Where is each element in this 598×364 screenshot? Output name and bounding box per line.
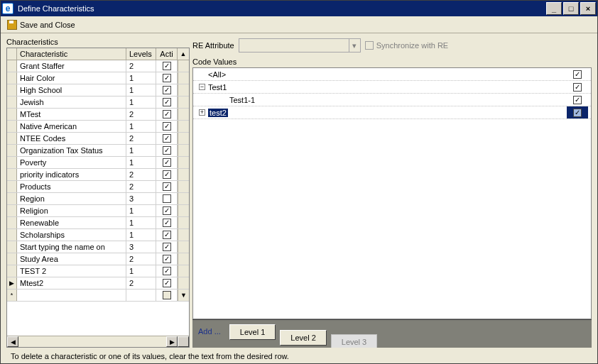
row-header[interactable]	[7, 133, 17, 144]
cell-levels[interactable]: 1	[126, 121, 156, 132]
expand-icon[interactable]: +	[199, 109, 205, 116]
cell-characteristic[interactable]: High School	[17, 84, 126, 96]
cell-levels[interactable]: 1	[126, 265, 156, 277]
row-header[interactable]	[7, 169, 17, 180]
level-1-button[interactable]: Level 1	[229, 324, 276, 340]
cell-active[interactable]: ✓	[156, 205, 178, 216]
tree-node-checkbox[interactable]: ✓	[567, 70, 588, 79]
cell-levels[interactable]: 3	[126, 241, 156, 253]
active-checkbox[interactable]: ✓	[163, 158, 171, 167]
cell-characteristic[interactable]: NTEE Codes	[17, 133, 126, 144]
cell-levels[interactable]: 1	[126, 72, 156, 84]
active-checkbox[interactable]: ✓	[163, 110, 171, 118]
table-row[interactable]: Study Area2✓	[7, 253, 189, 265]
col-characteristic[interactable]: Characteristic	[17, 48, 126, 60]
cell-levels[interactable]: 2	[126, 133, 156, 144]
row-header[interactable]	[7, 121, 17, 132]
tree-node[interactable]: +test2✓	[193, 106, 591, 119]
row-header[interactable]	[7, 229, 17, 241]
row-header[interactable]: ▶	[7, 277, 17, 289]
active-checkbox[interactable]: ✓	[163, 255, 171, 263]
col-levels[interactable]: Levels	[126, 48, 156, 60]
cell-characteristic[interactable]: Scholarships	[17, 229, 126, 241]
cell-levels[interactable]: 2	[126, 169, 156, 180]
cell-levels[interactable]: 2	[126, 109, 156, 120]
tree-node[interactable]: <All>✓	[193, 68, 591, 81]
cell-characteristic[interactable]: Study Area	[17, 253, 126, 265]
active-checkbox[interactable]: ✓	[163, 122, 171, 131]
cell-levels[interactable]: 1	[126, 145, 156, 156]
active-checkbox[interactable]: ✓	[163, 134, 171, 143]
cell-levels[interactable]: 1	[126, 217, 156, 228]
cell-characteristic[interactable]: priority indicators	[17, 169, 126, 180]
row-header[interactable]	[7, 253, 17, 265]
active-checkbox[interactable]: ✓	[163, 219, 171, 227]
cell-active[interactable]: ✓	[156, 265, 178, 277]
active-checkbox[interactable]: ✓	[163, 206, 171, 215]
cell-levels[interactable]: 1	[126, 157, 156, 168]
level-2-button[interactable]: Level 2	[280, 330, 326, 346]
table-row[interactable]: Jewish1✓	[7, 96, 189, 109]
cell-active[interactable]: ✓	[156, 145, 178, 156]
row-header[interactable]	[7, 157, 17, 168]
active-checkbox[interactable]: ✓	[163, 62, 171, 70]
table-row[interactable]: ▶Mtest22✓	[7, 277, 189, 289]
table-row[interactable]: Grant Staffer2✓	[7, 60, 189, 72]
new-row[interactable]: *▼	[7, 289, 189, 302]
cell-active[interactable]: ✓	[156, 169, 178, 180]
save-and-close-button[interactable]: Save and Close	[4, 18, 78, 32]
cell-characteristic[interactable]: Poverty	[17, 157, 126, 168]
table-row[interactable]: Poverty1✓	[7, 157, 189, 169]
row-header[interactable]	[7, 60, 17, 72]
tree-node-checkbox[interactable]: ✓	[567, 106, 588, 118]
cell-characteristic[interactable]: Native American	[17, 121, 126, 132]
cell-active[interactable]: ✓	[156, 72, 178, 84]
cell-active[interactable]: ✓	[156, 253, 178, 265]
cell-active[interactable]: ✓	[156, 96, 178, 108]
row-header[interactable]	[7, 145, 17, 156]
cell-characteristic[interactable]: Renewable	[17, 217, 126, 228]
table-row[interactable]: NTEE Codes2✓	[7, 133, 189, 145]
row-header[interactable]	[7, 72, 17, 84]
cell-characteristic[interactable]: TEST 2	[17, 265, 126, 277]
active-checkbox[interactable]: ✓	[163, 279, 171, 287]
collapse-icon[interactable]: −	[199, 84, 205, 90]
cell-levels[interactable]: 3	[126, 193, 156, 204]
table-row[interactable]: Start typing the name on3✓	[7, 241, 189, 253]
cell-active[interactable]: ✓	[156, 181, 178, 192]
active-checkbox[interactable]	[163, 194, 171, 203]
table-row[interactable]: Scholarships1✓	[7, 229, 189, 241]
active-checkbox[interactable]: ✓	[163, 98, 171, 106]
active-checkbox[interactable]: ✓	[163, 86, 171, 94]
active-checkbox[interactable]: ✓	[163, 74, 171, 82]
cell-characteristic[interactable]: MTest	[17, 109, 126, 120]
scroll-right-button[interactable]: ▶	[166, 336, 178, 347]
table-row[interactable]: Products2✓	[7, 181, 189, 193]
table-row[interactable]: Religion1✓	[7, 205, 189, 217]
cell-characteristic[interactable]: Mtest2	[17, 277, 126, 289]
active-checkbox[interactable]: ✓	[163, 170, 171, 179]
cell-levels[interactable]: 2	[126, 253, 156, 265]
row-header[interactable]	[7, 109, 17, 120]
cell-levels[interactable]: 1	[126, 229, 156, 241]
cell-active[interactable]: ✓	[156, 109, 178, 120]
characteristics-grid[interactable]: Characteristic Levels Acti ▲ Grant Staff…	[6, 48, 190, 348]
cell-levels[interactable]: 1	[126, 96, 156, 108]
scroll-left-button[interactable]: ◀	[7, 336, 18, 347]
active-checkbox[interactable]: ✓	[163, 182, 171, 191]
cell-characteristic[interactable]: Organization Tax Status	[17, 145, 126, 156]
row-header[interactable]	[7, 205, 17, 216]
cell-active[interactable]: ✓	[156, 241, 178, 253]
close-button[interactable]: ×	[580, 2, 596, 15]
table-row[interactable]: MTest2✓	[7, 109, 189, 121]
row-header[interactable]	[7, 84, 17, 96]
col-active[interactable]: Acti	[156, 48, 178, 60]
cell-active[interactable]: ✓	[156, 157, 178, 168]
cell-active[interactable]: ✓	[156, 217, 178, 228]
tree-node[interactable]: −Test1✓	[193, 81, 591, 94]
row-header[interactable]	[7, 265, 17, 277]
cell-active[interactable]: ✓	[156, 229, 178, 241]
row-header[interactable]: *	[7, 289, 17, 301]
grid-horizontal-scrollbar[interactable]: ◀ ▶	[7, 336, 189, 347]
cell-active[interactable]: ✓	[156, 277, 178, 289]
